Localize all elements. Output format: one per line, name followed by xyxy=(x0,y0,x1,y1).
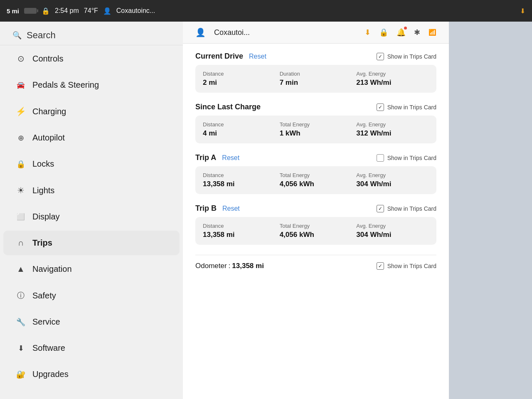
trip-b-show-in-trips[interactable]: ✓ Show in Trips Card xyxy=(377,205,436,212)
sidebar-item-label: Display xyxy=(32,212,60,222)
sidebar-item-charging[interactable]: ⚡ Charging xyxy=(3,99,180,124)
trip-b-header: Trip B Reset ✓ Show in Trips Card xyxy=(195,204,436,213)
signal-icon: 📶 xyxy=(429,29,436,36)
trip-a-section: Trip A Reset Show in Trips Card Distance… xyxy=(195,153,436,194)
search-bar[interactable]: 🔍 Search xyxy=(0,22,183,45)
sidebar-item-display[interactable]: ⬜ Display xyxy=(3,204,180,229)
lock-header-icon: 🔒 xyxy=(379,28,388,37)
since-last-charge-avg-energy-cell: Avg. Energy 312 Wh/mi xyxy=(356,121,429,138)
pedals-icon: 🚘 xyxy=(16,81,26,89)
sidebar-item-label: Lights xyxy=(32,186,54,195)
since-last-charge-section: Since Last Charge ✓ Show in Trips Card D… xyxy=(195,103,436,143)
download-status-icon: ⬇ xyxy=(520,7,525,15)
sidebar-item-software[interactable]: ⬇ Software xyxy=(3,336,180,360)
odometer-show-in-trips[interactable]: ✓ Show in Trips Card xyxy=(377,262,436,270)
sidebar-item-controls[interactable]: ⊙ Controls xyxy=(3,46,180,71)
main-container: 🔍 Search ⊙ Controls 🚘 Pedals & Steering … xyxy=(0,22,532,399)
since-last-charge-show-in-trips[interactable]: ✓ Show in Trips Card xyxy=(377,103,436,111)
current-drive-energy-value: 213 Wh/mi xyxy=(356,79,429,87)
since-last-charge-avg-energy-label: Avg. Energy xyxy=(356,121,429,128)
autopilot-icon: ⊕ xyxy=(16,133,26,143)
trip-a-avg-energy-cell: Avg. Energy 304 Wh/mi xyxy=(356,172,429,188)
sidebar-item-label: Service xyxy=(32,317,60,327)
since-last-charge-energy-cell: Total Energy 1 kWh xyxy=(280,121,352,138)
current-drive-reset-button[interactable]: Reset xyxy=(249,53,266,60)
odometer-label: Odometer xyxy=(195,262,227,270)
current-drive-distance-cell: Distance 2 mi xyxy=(203,71,276,87)
lock-icon: 🔒 xyxy=(16,160,26,169)
since-last-charge-avg-energy-value: 312 Wh/mi xyxy=(356,129,429,138)
sidebar-item-locks[interactable]: 🔒 Locks xyxy=(3,152,180,176)
since-last-charge-total-energy-label: Total Energy xyxy=(280,121,352,128)
since-last-charge-show-label: Show in Trips Card xyxy=(387,104,436,111)
bell-icon[interactable]: 🔔 xyxy=(397,28,406,37)
trip-a-data-grid: Distance 13,358 mi Total Energy 4,056 kW… xyxy=(195,166,436,194)
trip-b-show-label: Show in Trips Card xyxy=(387,205,436,212)
current-drive-duration-label: Duration xyxy=(280,71,352,77)
sidebar-item-label: Upgrades xyxy=(32,369,69,379)
controls-icon: ⊙ xyxy=(16,54,26,64)
sidebar: 🔍 Search ⊙ Controls 🚘 Pedals & Steering … xyxy=(0,22,183,399)
upgrades-icon: 🔐 xyxy=(16,370,26,379)
sidebar-item-label: Pedals & Steering xyxy=(32,80,99,90)
sidebar-item-safety[interactable]: ⓘ Safety xyxy=(3,283,180,308)
current-drive-distance-value: 2 mi xyxy=(203,79,276,87)
status-bar-left: 5 mi 🔒 2:54 pm 74°F 👤 Coxautoinc... xyxy=(7,7,155,15)
content-header: 👤 Coxautoi... ⬇ 🔒 🔔 ✱ 📶 xyxy=(183,22,449,44)
trip-b-checkbox[interactable]: ✓ xyxy=(377,205,384,212)
sidebar-item-upgrades[interactable]: 🔐 Upgrades xyxy=(3,362,180,387)
trip-a-avg-energy-value: 304 Wh/mi xyxy=(356,180,429,188)
status-time: 2:54 pm xyxy=(55,7,79,15)
sidebar-item-label: Controls xyxy=(32,54,63,64)
sidebar-item-lights[interactable]: ☀ Lights xyxy=(3,178,180,203)
sidebar-item-autopilot[interactable]: ⊕ Autopilot xyxy=(3,126,180,150)
since-last-charge-checkbox[interactable]: ✓ xyxy=(377,103,384,111)
trip-b-title: Trip B xyxy=(195,204,217,213)
trip-a-show-in-trips[interactable]: Show in Trips Card xyxy=(377,154,436,162)
since-last-charge-data-grid: Distance 4 mi Total Energy 1 kWh Avg. En… xyxy=(195,116,436,143)
trip-b-distance-value: 13,358 mi xyxy=(203,231,276,239)
trip-b-total-energy-cell: Total Energy 4,056 kWh xyxy=(280,223,352,239)
trip-a-avg-energy-label: Avg. Energy xyxy=(356,172,429,178)
trip-b-avg-energy-value: 304 Wh/mi xyxy=(356,231,429,239)
trip-a-checkbox[interactable] xyxy=(377,154,384,162)
trips-content: Current Drive Reset ✓ Show in Trips Card… xyxy=(183,44,449,285)
person-icon: 👤 xyxy=(103,7,111,15)
current-drive-distance-label: Distance xyxy=(203,71,276,77)
sidebar-item-label: Locks xyxy=(32,159,54,169)
sidebar-item-service[interactable]: 🔧 Service xyxy=(3,310,180,334)
trip-b-section: Trip B Reset ✓ Show in Trips Card Distan… xyxy=(195,204,436,245)
since-last-charge-title: Since Last Charge xyxy=(195,103,261,111)
current-drive-checkbox[interactable]: ✓ xyxy=(377,53,384,60)
navigation-icon: ▲ xyxy=(16,264,26,274)
safety-icon: ⓘ xyxy=(16,291,26,300)
status-profile: Coxautoinc... xyxy=(116,7,155,15)
status-bar-right: ⬇ xyxy=(520,7,525,15)
trip-b-data-grid: Distance 13,358 mi Total Energy 4,056 kW… xyxy=(195,217,436,245)
trip-b-distance-label: Distance xyxy=(203,223,276,229)
sidebar-item-trips[interactable]: ∩ Trips xyxy=(3,231,180,255)
sidebar-item-pedals[interactable]: 🚘 Pedals & Steering xyxy=(3,73,180,97)
odometer-row: Odometer : 13,358 mi ✓ Show in Trips Car… xyxy=(195,255,436,277)
trip-a-total-energy-value: 4,056 kWh xyxy=(280,180,352,188)
trip-b-avg-energy-cell: Avg. Energy 304 Wh/mi xyxy=(356,223,429,239)
search-label: Search xyxy=(27,30,56,41)
sidebar-item-navigation[interactable]: ▲ Navigation xyxy=(3,257,180,281)
service-icon: 🔧 xyxy=(16,318,26,327)
sidebar-item-label: Navigation xyxy=(32,264,72,274)
since-last-charge-total-energy-value: 1 kWh xyxy=(280,129,352,138)
notification-dot xyxy=(404,27,407,30)
odometer-checkbox[interactable]: ✓ xyxy=(377,262,384,270)
trip-b-reset-button[interactable]: Reset xyxy=(222,205,240,212)
odometer-separator: : xyxy=(229,262,231,270)
trip-a-reset-button[interactable]: Reset xyxy=(222,154,239,162)
current-drive-data-grid: Distance 2 mi Duration 7 min Avg. Energy… xyxy=(195,65,436,93)
odometer-show-label: Show in Trips Card xyxy=(387,263,436,269)
display-icon: ⬜ xyxy=(16,213,26,221)
trip-a-distance-value: 13,358 mi xyxy=(203,180,276,188)
current-drive-show-in-trips[interactable]: ✓ Show in Trips Card xyxy=(377,53,436,60)
since-last-charge-distance-cell: Distance 4 mi xyxy=(203,121,276,138)
sidebar-item-label: Trips xyxy=(32,238,52,248)
since-last-charge-header: Since Last Charge ✓ Show in Trips Card xyxy=(195,103,436,111)
trip-b-total-energy-value: 4,056 kWh xyxy=(280,231,352,239)
